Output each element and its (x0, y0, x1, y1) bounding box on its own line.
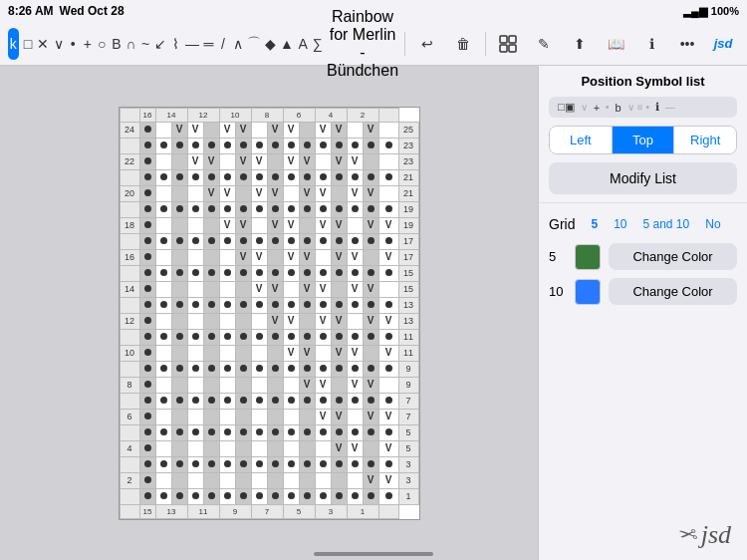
tool-v[interactable]: ∨ (53, 28, 64, 60)
grid-option-5[interactable]: 5 (587, 215, 602, 233)
chart-row-5: 5 (120, 424, 418, 440)
scroll-indicator (314, 552, 433, 556)
tool-wave[interactable]: ~ (140, 28, 151, 60)
grid-option-no[interactable]: No (701, 215, 724, 233)
change-color-10-button[interactable]: Change Color (609, 278, 737, 305)
svg-rect-2 (500, 45, 507, 52)
tool-circle[interactable]: ○ (97, 28, 108, 60)
color-swatch-10 (575, 279, 601, 305)
tool-triangle[interactable]: ▲ (280, 28, 294, 60)
chart-row-15: 15 (120, 265, 418, 281)
grid-option-5and10[interactable]: 5 and 10 (639, 215, 694, 233)
change-color-5-button[interactable]: Change Color (609, 243, 737, 270)
chart-row-4: 4 V V (120, 440, 418, 456)
tool-a[interactable]: A (298, 28, 309, 60)
book-button[interactable]: 📖 (600, 28, 631, 60)
wifi-icon: ▂▄▆ (683, 5, 707, 18)
chart-row-14: 14 V V V V V (120, 281, 418, 297)
symbol-tool-b[interactable]: b (613, 101, 624, 115)
symbol-tool-info[interactable]: ℹ (652, 100, 662, 115)
chart-row-19: 19 (120, 201, 418, 217)
col-footer-row: 15 13 11 9 7 5 3 1 (120, 504, 418, 518)
symbol-tool-square[interactable]: □▣ (555, 100, 578, 115)
chart-row-11: 11 (120, 329, 418, 345)
edit-button[interactable]: ✎ (528, 28, 560, 60)
knitting-chart: 16 14 12 10 8 6 4 2 24 (119, 107, 420, 520)
chart-row-21: 21 (120, 169, 418, 185)
grid-section: Grid 5 10 5 and 10 No 5 Change Color 10 … (539, 203, 747, 321)
chart-row-17: 17 (120, 233, 418, 249)
col-header-row: 16 14 12 10 8 6 4 2 (120, 108, 418, 122)
tool-caret[interactable]: ∧ (232, 28, 243, 60)
chart-table: 16 14 12 10 8 6 4 2 24 (120, 108, 419, 519)
chart-row-6: 6 V V V (120, 409, 418, 424)
svg-rect-1 (509, 36, 516, 43)
chart-row-9: 9 (120, 361, 418, 377)
symbol-tool-plus[interactable]: + (591, 101, 603, 115)
tool-square[interactable]: □ (23, 28, 34, 60)
info-button[interactable]: ℹ (635, 28, 667, 60)
delete-button[interactable]: 🗑 (447, 28, 479, 60)
position-left-button[interactable]: Left (550, 127, 613, 153)
undo-button[interactable]: ↩ (411, 28, 443, 60)
chart-row-16: 16 V V V V V V (120, 249, 418, 265)
chart-row-13: 13 (120, 297, 418, 313)
chart-row-10: 10 V V V V (120, 345, 418, 361)
tool-diamond[interactable]: ◆ (265, 28, 276, 60)
svg-rect-3 (509, 45, 516, 52)
symbol-list-panel: Position Symbol list □▣ ∨ + • b ∨ ≡ • ℹ … (539, 66, 747, 203)
tool-plus[interactable]: + (82, 28, 93, 60)
position-buttons: Left Top Right (549, 126, 737, 154)
tool-dash[interactable]: ⌇ (170, 28, 181, 60)
chart-row-7: 7 (120, 393, 418, 409)
logo-button[interactable]: jsd (707, 28, 739, 60)
grid-row-5: 5 Change Color (549, 243, 737, 270)
tool-arch[interactable]: ∩ (125, 28, 136, 60)
chart-row-12: 12 V V V V (120, 313, 418, 329)
chart-row-1: 1 (120, 488, 418, 504)
status-time: 8:26 AM (8, 4, 54, 18)
chart-row-18: 18 V V V V V V (120, 217, 418, 233)
more-button[interactable]: ••• (671, 28, 703, 60)
chart-row-3: 3 (120, 456, 418, 472)
logo: ✂ jsd (681, 520, 731, 550)
grid-view-button[interactable] (492, 28, 524, 60)
toolbar: k □ ✕ ∨ • + ○ B ∩ ~ ↙ ⌇ — ═ / ∧ ⌒ ◆ ▲ A … (0, 22, 747, 66)
color-swatch-5 (575, 244, 601, 270)
grid-row-10: 10 Change Color (549, 278, 737, 305)
grid-label: Grid (549, 216, 575, 232)
canvas-area[interactable]: 16 14 12 10 8 6 4 2 24 (0, 66, 538, 560)
tool-double[interactable]: ═ (203, 28, 214, 60)
tool-down[interactable]: ↙ (154, 28, 166, 60)
position-top-button[interactable]: Top (613, 127, 675, 153)
main-area: 16 14 12 10 8 6 4 2 24 (0, 66, 747, 560)
grid-option-10[interactable]: 10 (610, 215, 630, 233)
logo-text: jsd (701, 520, 731, 550)
chart-row-23: 23 (120, 138, 418, 153)
grid-num-10: 10 (549, 284, 567, 299)
toolbar-right: ↩ 🗑 ✎ ⬆ 📖 ℹ ••• jsd (402, 28, 739, 60)
tool-b[interactable]: B (112, 28, 123, 60)
scissors-icon: ✂ (681, 522, 699, 548)
svg-rect-0 (500, 36, 507, 43)
symbol-list-title: Position Symbol list (549, 74, 737, 89)
grid-num-5: 5 (549, 249, 567, 264)
tool-sigma[interactable]: ∑ (312, 28, 323, 60)
chart-row-22: 22 V V V V V V V V (120, 153, 418, 169)
tool-x[interactable]: ✕ (37, 28, 49, 60)
chart-row-8: 8 V V V V (120, 377, 418, 393)
chart-row-24: 24 V V V V V V V V (120, 122, 418, 138)
status-day: Wed Oct 28 (60, 4, 124, 18)
symbol-toolbar: □▣ ∨ + • b ∨ ≡ • ℹ — (549, 97, 737, 118)
toolbar-title: Rainbow for Merlin - Bündchen (327, 8, 398, 80)
tool-curve[interactable]: ⌒ (247, 28, 261, 60)
tool-dot[interactable]: • (68, 28, 79, 60)
tool-line[interactable]: — (185, 28, 199, 60)
tool-slash[interactable]: / (218, 28, 229, 60)
grid-header: Grid 5 10 5 and 10 No (549, 215, 737, 233)
battery-label: 100% (711, 5, 739, 17)
modify-list-button[interactable]: Modify List (549, 162, 737, 194)
tool-k[interactable]: k (8, 28, 19, 60)
share-button[interactable]: ⬆ (564, 28, 596, 60)
position-right-button[interactable]: Right (674, 127, 736, 153)
